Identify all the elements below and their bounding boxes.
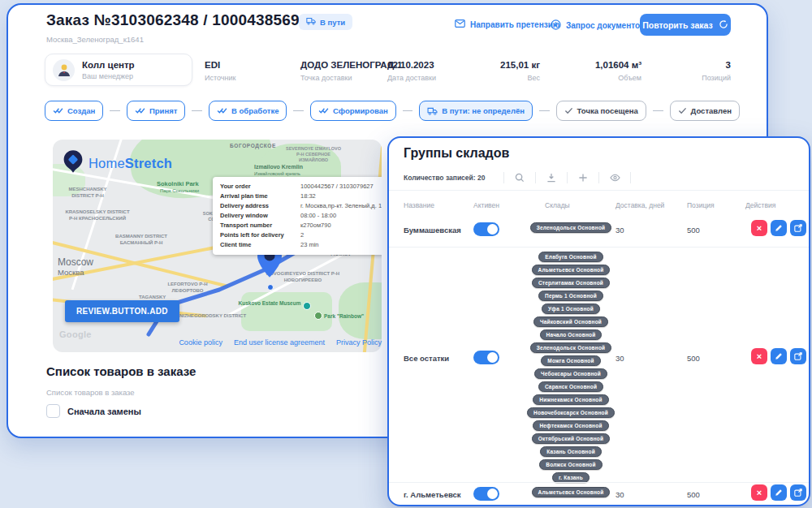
send-claim-button[interactable]: Направить претензию bbox=[455, 19, 559, 29]
toolbar-divider bbox=[503, 172, 504, 183]
open-edit-button[interactable] bbox=[790, 220, 806, 236]
step-divider bbox=[293, 110, 304, 112]
items-section-title: Список товаров в заказе bbox=[46, 364, 196, 378]
request-docs-button[interactable]: Запрос документов bbox=[551, 19, 645, 32]
active-toggle[interactable] bbox=[473, 487, 499, 501]
status-badge: В пути bbox=[299, 14, 352, 30]
eula-link[interactable]: End user license agreement bbox=[234, 338, 325, 347]
position-value: 500 bbox=[687, 490, 700, 499]
step-divider bbox=[403, 110, 413, 112]
step-created: Создан bbox=[45, 101, 103, 121]
edit-button[interactable] bbox=[771, 484, 787, 501]
warehouse-tags: Зеленодольск Основной bbox=[527, 222, 615, 233]
search-icon[interactable] bbox=[513, 171, 526, 184]
records-count: Количество записей: 20 bbox=[404, 174, 485, 182]
panel-toolbar: Количество записей: 20 bbox=[404, 169, 640, 187]
legal-links: Cookie policy End user license agreement… bbox=[45, 338, 382, 347]
repeat-order-label: Повторить заказ bbox=[642, 20, 712, 30]
map-label: Sokolniki Park bbox=[157, 180, 199, 187]
tooltip-row: Arrival plan time18:32 bbox=[220, 192, 378, 200]
warehouse-tag: Казань Основной bbox=[540, 446, 602, 457]
map-label: KRASNOSELSKY DISTRICT Р-Н КРАСНОСЕЛЬСКИЙ bbox=[64, 209, 131, 222]
open-edit-button[interactable] bbox=[790, 484, 806, 501]
info-source: EDIИсточник bbox=[205, 60, 235, 82]
delete-button[interactable]: × bbox=[751, 220, 767, 236]
group-name: г. Альметьевск bbox=[404, 490, 461, 499]
delete-button[interactable]: × bbox=[751, 348, 767, 364]
homestretch-pin-icon bbox=[63, 149, 84, 177]
map-label: MESHCHANSKY DISTRICT Р-Н bbox=[61, 187, 114, 200]
location-dot-icon bbox=[267, 284, 274, 291]
repeat-order-button[interactable]: Повторить заказ bbox=[640, 14, 731, 36]
map-label: Kuskovo Estate Museum bbox=[238, 300, 301, 307]
tooltip-row: Your order1000442567 / 3103079627 bbox=[220, 183, 378, 190]
map-label: NIZHEGORODSKY DISTRICT bbox=[176, 313, 249, 320]
tooltip-row: Transport numberк270ом790 bbox=[220, 222, 378, 229]
delete-button[interactable]: × bbox=[751, 484, 767, 501]
warehouse-tag: Нижнекамск Основной bbox=[533, 394, 608, 405]
map-label: Izmailovo Kremlin bbox=[254, 164, 303, 170]
eye-icon[interactable] bbox=[608, 171, 621, 184]
add-icon[interactable] bbox=[577, 171, 590, 184]
review-add-button[interactable]: REVIEW.BUTTON.ADD bbox=[65, 300, 179, 322]
warehouse-tag: Саранск Основной bbox=[538, 381, 603, 392]
active-toggle[interactable] bbox=[473, 351, 499, 364]
warehouse-tag: Октябрьский Основной bbox=[532, 433, 610, 444]
info-weight: 215,01 кгВес bbox=[463, 60, 540, 82]
refresh-icon bbox=[719, 19, 728, 31]
google-logo: Google bbox=[59, 329, 92, 339]
park-poi-icon bbox=[314, 312, 322, 320]
order-route-subtitle: Москва_Зеленоград_к1641 bbox=[46, 35, 144, 44]
step-divider bbox=[653, 110, 663, 112]
toolbar-divider bbox=[535, 172, 536, 183]
map-label: БОГОРОДСКОЕ bbox=[230, 143, 276, 149]
manager-avatar bbox=[53, 59, 75, 81]
panel-title: Группы складов bbox=[404, 146, 509, 161]
step-in-transit: В пути: не определён bbox=[419, 101, 533, 121]
divider bbox=[389, 247, 809, 248]
column-header-position: Позиция bbox=[687, 201, 715, 209]
toolbar-divider bbox=[598, 172, 599, 183]
privacy-policy-link[interactable]: Privacy Policy bbox=[336, 338, 382, 347]
open-edit-button[interactable] bbox=[790, 348, 806, 364]
row-actions: × bbox=[751, 220, 806, 236]
manager-role: Ваш менеджер bbox=[82, 72, 135, 80]
active-toggle[interactable] bbox=[473, 222, 499, 236]
step-processing: В обработке bbox=[209, 101, 287, 121]
tooltip-row: Delivery addressг. Москва,пр-кт. Зеленый… bbox=[220, 202, 378, 209]
divider bbox=[389, 190, 809, 191]
column-header-active: Активен bbox=[473, 201, 499, 209]
info-positions: 3Позиций bbox=[658, 60, 731, 82]
warehouse-tag: Альметьевск Основной bbox=[532, 487, 611, 497]
manager-card: Колл центр Ваш менеджер bbox=[45, 54, 192, 86]
toolbar-divider bbox=[567, 172, 568, 183]
delivery-map[interactable]: БОГОРОДСКОЕ SEVERNOYE IZMAYLOVO Р-Н СЕВЕ… bbox=[53, 140, 382, 352]
warehouse-tags: Елабуга ОсновнойАльметьевск ОсновнойСтер… bbox=[527, 252, 615, 483]
column-header-actions: Действия bbox=[745, 201, 775, 209]
warehouse-tags: Альметьевск Основной bbox=[527, 487, 615, 497]
edit-button[interactable] bbox=[771, 220, 787, 236]
edit-button[interactable] bbox=[771, 348, 787, 364]
warehouse-tag: Стерлитамак Основной bbox=[532, 278, 610, 288]
step-formed: Сформирован bbox=[310, 101, 396, 121]
warehouse-tag: Нефтекамск Основной bbox=[533, 420, 608, 431]
map-label-moscow: Moscow bbox=[58, 256, 93, 268]
map-label: Park "Rainbow" bbox=[324, 313, 364, 319]
warehouse-groups-panel: Группы складов Количество записей: 20 На… bbox=[387, 136, 810, 506]
toolbar-divider bbox=[630, 172, 631, 183]
row-actions: × bbox=[751, 348, 806, 364]
warehouse-tag: Зеленодольск Основной bbox=[530, 222, 612, 233]
download-icon[interactable] bbox=[545, 171, 558, 184]
divider bbox=[389, 482, 809, 483]
warehouse-tag: Волжск Основной bbox=[539, 459, 602, 470]
step-divider bbox=[110, 110, 120, 112]
delivery-days-value: 30 bbox=[615, 226, 624, 235]
tooltip-row: Points left for delivery2 bbox=[220, 231, 378, 239]
warehouse-tag: Новочебоксарск Основной bbox=[527, 407, 615, 418]
cookie-policy-link[interactable]: Cookie policy bbox=[179, 338, 222, 347]
page-title: Заказ №3103062348 / 1000438569 bbox=[46, 11, 300, 29]
tooltip-row: Delivery window08:00 - 18:00 bbox=[220, 212, 378, 219]
warehouse-tag: Можга Основной bbox=[541, 355, 600, 366]
column-header-name: Название bbox=[404, 201, 434, 209]
replacements-first-checkbox[interactable] bbox=[46, 404, 60, 418]
